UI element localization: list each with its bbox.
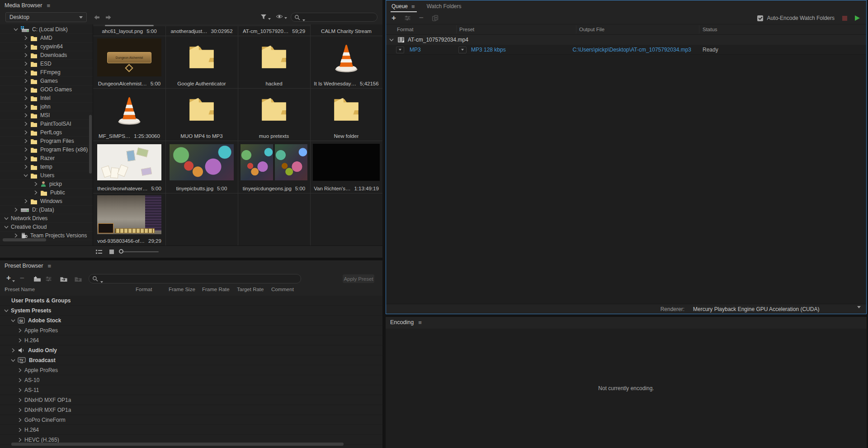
tree-expander-icon[interactable] [24, 122, 28, 126]
queue-job-row[interactable]: AT-cm_1075792034.mp4 [386, 35, 866, 45]
preset-expander-icon[interactable] [18, 328, 22, 333]
tree-expander-icon[interactable] [24, 36, 28, 40]
media-item[interactable]: Dungeon Alchemist It Is Wednesday… 5;421… [310, 36, 382, 89]
list-view-icon[interactable] [95, 249, 103, 255]
auto-encode-checkbox[interactable] [757, 15, 763, 21]
apply-preset-button[interactable]: Apply Preset [343, 274, 374, 283]
tree-expander-icon[interactable] [24, 147, 28, 152]
tree-item[interactable]: Razer [0, 154, 93, 163]
remove-source-button[interactable]: − [419, 14, 424, 22]
media-item[interactable]: Dungeon Alchemist tinyepicdungeons.jpg 5… [238, 141, 310, 193]
column-format[interactable]: Format [136, 287, 152, 292]
location-dropdown[interactable]: Desktop [5, 12, 87, 22]
tab-queue[interactable]: Queue ≡ [392, 3, 415, 9]
tree-item[interactable]: PerfLogs [0, 128, 93, 137]
media-item[interactable]: Dungeon Alchemist DungeonAlcehmist… 5:00 [93, 36, 165, 89]
preset-expander-icon[interactable] [18, 388, 22, 392]
tree-expander-icon[interactable] [24, 44, 28, 49]
column-frame-rate[interactable]: Frame Rate [202, 287, 230, 292]
tree-item[interactable]: PaintToolSAI [0, 120, 93, 128]
preset-expander-icon[interactable] [18, 378, 22, 382]
tree-item[interactable]: GOG Games [0, 85, 93, 94]
preset-row[interactable]: St TV Apple ProRes [0, 325, 382, 335]
preset-settings-icon[interactable] [45, 276, 52, 282]
filter-icon[interactable] [260, 14, 271, 20]
forward-arrow-icon[interactable] [105, 14, 113, 20]
preset-expander-icon[interactable] [11, 358, 15, 362]
tree-expander-icon[interactable] [14, 207, 18, 212]
preset-row[interactable]: St TV Audio Only [0, 345, 382, 355]
tree-item[interactable]: Games [0, 77, 93, 85]
preset-search-field[interactable] [89, 274, 301, 283]
tree-item[interactable]: Network Drives [0, 214, 93, 223]
add-source-button[interactable]: + [392, 14, 396, 22]
preset-row[interactable]: St TV User Presets & Groups [0, 296, 382, 306]
preset-expander-icon[interactable] [18, 418, 22, 422]
preset-row[interactable]: St TV System Presets [0, 306, 382, 316]
tree-expander-icon[interactable] [24, 199, 28, 203]
tree-expander-icon[interactable] [24, 130, 28, 135]
tree-expander-icon[interactable] [4, 225, 9, 229]
preset-dropdown[interactable] [458, 47, 467, 53]
tree-expander-icon[interactable] [14, 28, 18, 31]
preview-eye-icon[interactable] [276, 14, 287, 19]
renderer-dropdown[interactable]: Mercury Playback Engine GPU Acceleration… [693, 306, 819, 312]
tree-item[interactable]: D: (Data) [0, 206, 93, 214]
preset-row[interactable]: St TV GoPro CineForm [0, 415, 382, 425]
duplicate-icon[interactable] [432, 15, 439, 21]
stop-queue-icon[interactable] [842, 16, 847, 21]
preset-expander-icon[interactable] [4, 309, 9, 312]
tree-expander-icon[interactable] [34, 190, 38, 195]
job-expander-icon[interactable] [389, 38, 394, 42]
preset-expander-icon[interactable] [18, 368, 22, 373]
tree-expander-icon[interactable] [24, 104, 28, 109]
media-item[interactable]: Dungeon Alchemist MUO MP4 to MP3 [165, 89, 238, 141]
tree-item[interactable]: Program Files [0, 137, 93, 146]
tree-item[interactable]: Users [0, 171, 93, 180]
column-frame-size[interactable]: Frame Size [169, 287, 195, 292]
tree-expander-icon[interactable] [24, 79, 28, 83]
tree-item[interactable]: AMD [0, 34, 93, 42]
preset-expander-icon[interactable] [18, 408, 22, 412]
preset-expander-icon[interactable] [18, 428, 22, 432]
tree-expander-icon[interactable] [24, 139, 28, 143]
output-preset[interactable]: MP3 128 kbps [471, 47, 506, 53]
panel-menu-icon[interactable]: ≡ [47, 263, 51, 269]
media-item[interactable]: Dungeon Alchemist tinyepicbutts.jpg 5:00 [165, 141, 238, 193]
tree-horizontal-scrollbar[interactable] [3, 238, 46, 241]
preset-row[interactable]: St TV DNxHR MXF OP1a [0, 405, 382, 415]
tree-item[interactable]: ESD [0, 60, 93, 68]
media-item[interactable]: Dungeon Alchemist muo pretexts [238, 89, 310, 141]
media-search-field[interactable] [291, 13, 377, 22]
preset-row[interactable]: St TV AS-10 [0, 375, 382, 385]
remove-preset-button[interactable]: − [20, 275, 24, 282]
thumbnail-size-slider[interactable] [121, 251, 159, 252]
column-target-rate[interactable]: Target Rate [237, 287, 264, 292]
tree-item[interactable]: Public [0, 189, 93, 197]
media-item[interactable]: Dungeon Alchemist anotheradjust… 30:0295… [165, 24, 238, 36]
media-item[interactable]: Dungeon Alchemist CALM Charity Stream [310, 24, 382, 36]
column-comment[interactable]: Comment [271, 287, 294, 292]
preset-expander-icon[interactable] [18, 338, 22, 343]
tree-expander-icon[interactable] [4, 217, 9, 220]
tree-item[interactable]: Program Files (x86) [0, 146, 93, 154]
new-group-button[interactable] [33, 276, 41, 282]
media-item[interactable]: Dungeon Alchemist AT-cm_10757920… 59;29 [238, 24, 310, 36]
preset-row[interactable]: St TV DNxHD MXF OP1a [0, 395, 382, 405]
tree-item[interactable]: pickp [0, 180, 93, 189]
media-item[interactable]: Dungeon Alchemist Van Richten's… 1:13:49… [310, 141, 382, 193]
media-item[interactable]: Dungeon Alchemist Google Authenticator [165, 36, 238, 89]
tree-expander-icon[interactable] [14, 233, 18, 238]
back-arrow-icon[interactable] [93, 14, 100, 20]
preset-row[interactable]: St TV Apple ProRes [0, 365, 382, 375]
format-dropdown[interactable] [396, 47, 404, 53]
media-item[interactable]: Dungeon Alchemist hacked [238, 36, 310, 89]
start-queue-icon[interactable] [855, 15, 860, 21]
media-item[interactable]: Dungeon Alchemist thecircleorwhatever… 5… [93, 141, 165, 193]
tab-watch-folders[interactable]: Watch Folders [427, 3, 462, 9]
tree-vertical-scrollbar[interactable] [89, 115, 92, 174]
media-item[interactable]: Dungeon Alchemist MF_SIMPS… 1:25:30060 [93, 89, 165, 141]
import-preset-button[interactable] [60, 276, 68, 282]
media-item[interactable]: Dungeon Alchemist ahc61_layout.png 5:00 [93, 24, 165, 36]
tree-expander-icon[interactable] [24, 174, 28, 177]
